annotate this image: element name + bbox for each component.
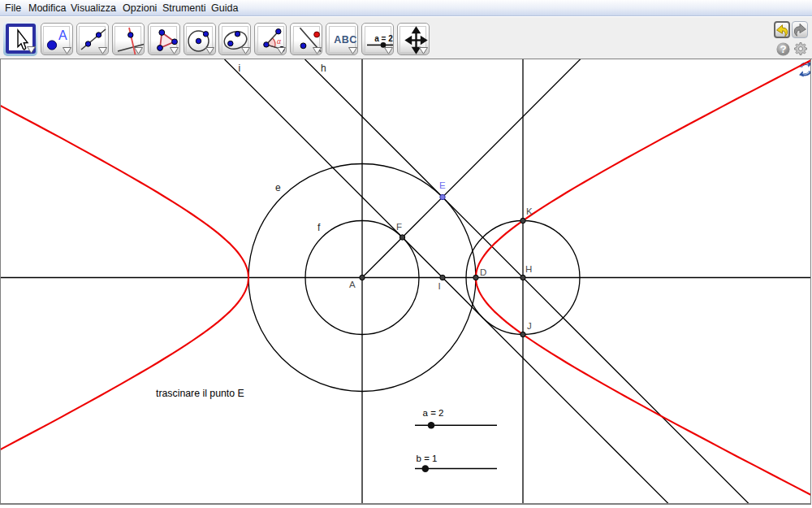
svg-text:A: A bbox=[58, 28, 67, 42]
svg-text:K: K bbox=[526, 206, 533, 216]
svg-text:D: D bbox=[480, 267, 486, 277]
svg-text:α: α bbox=[277, 37, 282, 46]
svg-text:J: J bbox=[527, 321, 532, 331]
svg-text:f: f bbox=[317, 222, 321, 233]
svg-text:ABC: ABC bbox=[334, 34, 357, 46]
svg-text:A: A bbox=[349, 280, 356, 289]
svg-text:e: e bbox=[275, 182, 281, 193]
svg-text:i: i bbox=[239, 63, 241, 74]
svg-text:?: ? bbox=[780, 43, 786, 55]
svg-text:h: h bbox=[321, 63, 326, 74]
svg-text:a = 2: a = 2 bbox=[374, 34, 393, 43]
svg-text:F: F bbox=[396, 222, 402, 232]
svg-text:E: E bbox=[439, 180, 446, 190]
svg-text:b = 1: b = 1 bbox=[417, 454, 438, 463]
svg-text:I: I bbox=[438, 281, 441, 291]
svg-text:a = 2: a = 2 bbox=[423, 408, 444, 418]
svg-text:H: H bbox=[525, 264, 532, 274]
svg-text:trascinare il punto E: trascinare il punto E bbox=[156, 388, 244, 399]
